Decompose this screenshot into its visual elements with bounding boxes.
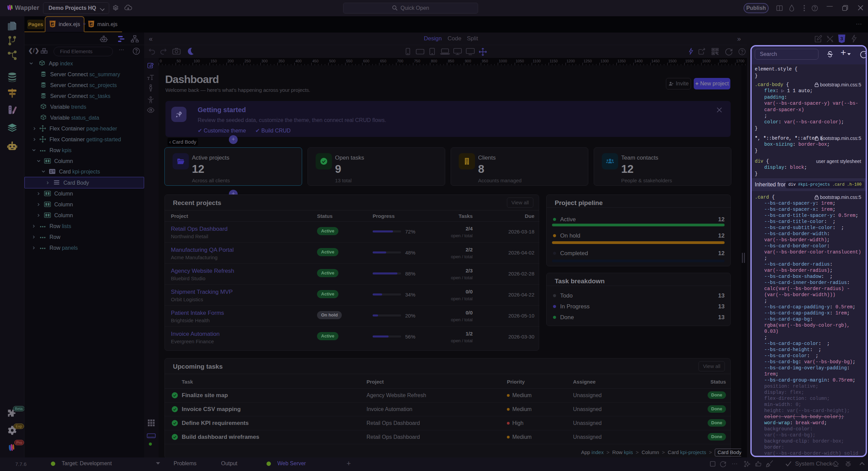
svg-text:3: 3 [840, 36, 843, 41]
